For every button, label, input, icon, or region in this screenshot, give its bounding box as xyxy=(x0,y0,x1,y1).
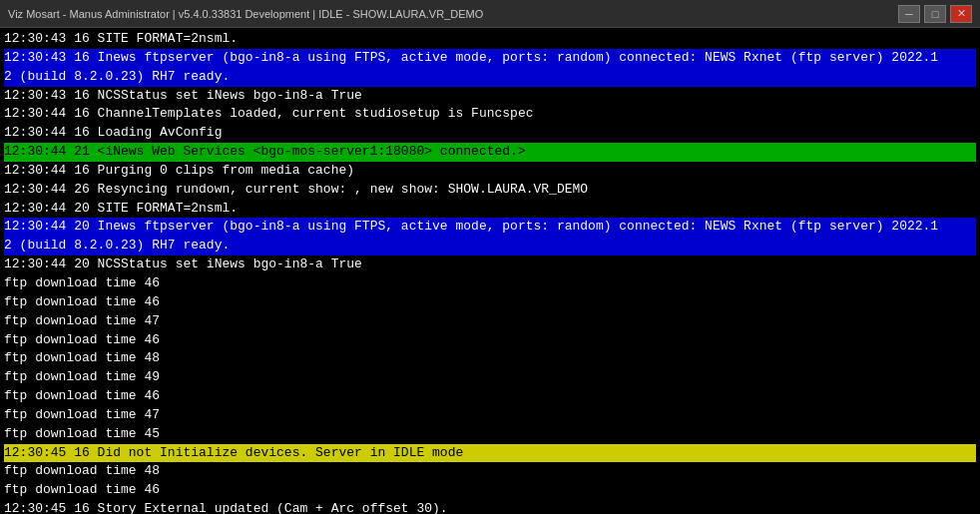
minimize-button[interactable]: ─ xyxy=(898,5,920,23)
title-bar: Viz Mosart - Manus Administrator | v5.4.… xyxy=(0,0,980,28)
log-line: 2 (build 8.2.0.23) RH7 ready. xyxy=(4,68,976,87)
log-line: ftp download time 47 xyxy=(4,406,976,425)
log-line: 12:30:45 16 Did not Initialize devices. … xyxy=(4,444,976,463)
log-line: ftp download time 46 xyxy=(4,481,976,500)
log-line: 12:30:45 16 Story External updated (Cam … xyxy=(4,500,976,514)
log-line: ftp download time 46 xyxy=(4,274,976,293)
log-line: 12:30:44 20 SITE FORMAT=2nsml. xyxy=(4,200,976,219)
log-line: 12:30:43 16 Inews ftpserver (bgo-in8-a u… xyxy=(4,49,976,68)
log-line: ftp download time 46 xyxy=(4,331,976,350)
close-button[interactable]: ✕ xyxy=(950,5,972,23)
log-line: 12:30:44 16 Purging 0 clips from media c… xyxy=(4,162,976,181)
maximize-button[interactable]: □ xyxy=(924,5,946,23)
log-line: ftp download time 45 xyxy=(4,425,976,444)
log-line: 12:30:44 21 <iNews Web Services <bgo-mos… xyxy=(4,143,976,162)
log-line: ftp download time 49 xyxy=(4,368,976,387)
log-line: ftp download time 48 xyxy=(4,349,976,368)
console-area: 12:30:43 16 SITE FORMAT=2nsml.12:30:43 1… xyxy=(0,28,980,514)
log-line: 12:30:44 16 ChannelTemplates loaded, cur… xyxy=(4,105,976,124)
log-line: ftp download time 46 xyxy=(4,293,976,312)
log-line: 12:30:43 16 NCSStatus set iNews bgo-in8-… xyxy=(4,87,976,106)
title-bar-buttons: ─ □ ✕ xyxy=(898,5,972,23)
log-line: ftp download time 47 xyxy=(4,312,976,331)
title-bar-text: Viz Mosart - Manus Administrator | v5.4.… xyxy=(8,8,483,20)
log-line: 12:30:44 20 Inews ftpserver (bgo-in8-a u… xyxy=(4,218,976,237)
log-line: 12:30:43 16 SITE FORMAT=2nsml. xyxy=(4,30,976,49)
log-line: 12:30:44 26 Resyncing rundown, current s… xyxy=(4,181,976,200)
log-line: 12:30:44 16 Loading AvConfig xyxy=(4,124,976,143)
log-line: ftp download time 48 xyxy=(4,462,976,481)
log-line: ftp download time 46 xyxy=(4,387,976,406)
log-line: 2 (build 8.2.0.23) RH7 ready. xyxy=(4,237,976,256)
log-line: 12:30:44 20 NCSStatus set iNews bgo-in8-… xyxy=(4,256,976,274)
